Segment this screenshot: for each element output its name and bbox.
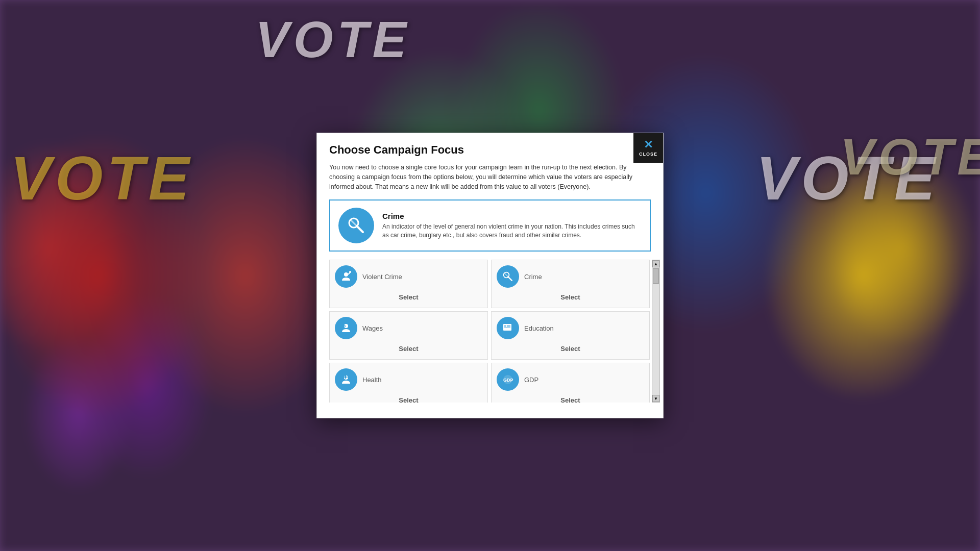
option-card-crime[interactable]: Crime Select — [491, 260, 650, 308]
modal: Choose Campaign Focus ✕ CLOSE You now ne… — [316, 133, 664, 418]
modal-description: You now need to choose a single core foc… — [317, 163, 663, 199]
option-inner-violent-crime: Violent Crime — [335, 265, 482, 288]
crime-icon-svg — [346, 215, 366, 236]
featured-description: An indicator of the level of general non… — [382, 222, 642, 240]
education-icon: + — [497, 317, 519, 339]
option-inner-crime: Crime — [497, 265, 644, 288]
svg-rect-14 — [507, 327, 510, 327]
option-inner-wages: $ Wages — [335, 317, 482, 339]
svg-line-2 — [350, 219, 357, 227]
featured-item: Crime An indicator of the level of gener… — [329, 199, 651, 252]
option-card-gdp[interactable]: GDP GDP Select — [491, 363, 650, 403]
option-inner-health: Health — [335, 368, 482, 391]
svg-line-6 — [508, 277, 512, 281]
svg-rect-13 — [507, 325, 510, 325]
modal-header: Choose Campaign Focus ✕ CLOSE — [317, 133, 663, 163]
options-grid: Violent Crime Select — [329, 260, 651, 403]
svg-text:+: + — [509, 328, 511, 331]
gdp-name: GDP — [524, 376, 538, 384]
wages-icon-svg: $ — [340, 322, 352, 334]
scroll-down-btn[interactable]: ▼ — [652, 395, 659, 402]
modal-title: Choose Campaign Focus — [329, 143, 651, 157]
health-name: Health — [362, 376, 382, 384]
option-card-violent-crime[interactable]: Violent Crime Select — [329, 260, 488, 308]
featured-icon — [338, 208, 374, 243]
gdp-icon-svg: GDP — [502, 373, 514, 386]
violent-crime-icon — [335, 265, 357, 288]
crime-icon-svg2 — [502, 270, 514, 283]
svg-line-1 — [357, 226, 363, 232]
options-container: Violent Crime Select — [329, 260, 651, 403]
scroll-up-btn[interactable]: ▲ — [652, 260, 659, 267]
health-icon — [335, 368, 357, 391]
featured-name: Crime — [382, 212, 642, 220]
violent-crime-icon-svg — [340, 270, 352, 283]
education-icon-svg: + — [502, 322, 514, 334]
gdp-icon: GDP — [497, 368, 519, 391]
education-name: Education — [524, 324, 554, 332]
close-x-icon: ✕ — [644, 139, 653, 151]
violent-crime-select-btn[interactable]: Select — [335, 291, 482, 304]
scroll-track — [652, 267, 659, 395]
option-card-education[interactable]: + Education Select — [491, 311, 650, 360]
option-card-wages[interactable]: $ Wages Select — [329, 311, 488, 360]
svg-point-4 — [349, 271, 351, 273]
svg-rect-19 — [344, 377, 348, 378]
wages-name: Wages — [362, 324, 383, 332]
wages-select-btn[interactable]: Select — [335, 342, 482, 355]
crime-icon — [497, 265, 519, 288]
svg-line-7 — [504, 273, 508, 277]
violent-crime-name: Violent Crime — [362, 273, 402, 281]
close-label: CLOSE — [639, 152, 657, 157]
modal-overlay: Choose Campaign Focus ✕ CLOSE You now ne… — [0, 0, 980, 551]
wages-icon: $ — [335, 317, 357, 339]
option-card-health[interactable]: Health Select — [329, 363, 488, 403]
health-icon-svg — [340, 373, 352, 386]
crime-select-btn[interactable]: Select — [497, 291, 644, 304]
option-inner-education: + Education — [497, 317, 644, 339]
svg-point-3 — [344, 272, 348, 277]
health-select-btn[interactable]: Select — [335, 394, 482, 403]
education-select-btn[interactable]: Select — [497, 342, 644, 355]
gdp-select-btn[interactable]: Select — [497, 394, 644, 403]
svg-rect-12 — [504, 327, 506, 327]
option-inner-gdp: GDP GDP — [497, 368, 644, 391]
featured-text: Crime An indicator of the level of gener… — [382, 212, 642, 240]
svg-text:GDP: GDP — [503, 378, 513, 383]
svg-rect-11 — [504, 325, 506, 325]
scroll-thumb[interactable] — [653, 268, 659, 284]
scrollbar[interactable]: ▲ ▼ — [652, 260, 660, 403]
close-button[interactable]: ✕ CLOSE — [633, 133, 663, 163]
crime-name: Crime — [524, 273, 542, 281]
